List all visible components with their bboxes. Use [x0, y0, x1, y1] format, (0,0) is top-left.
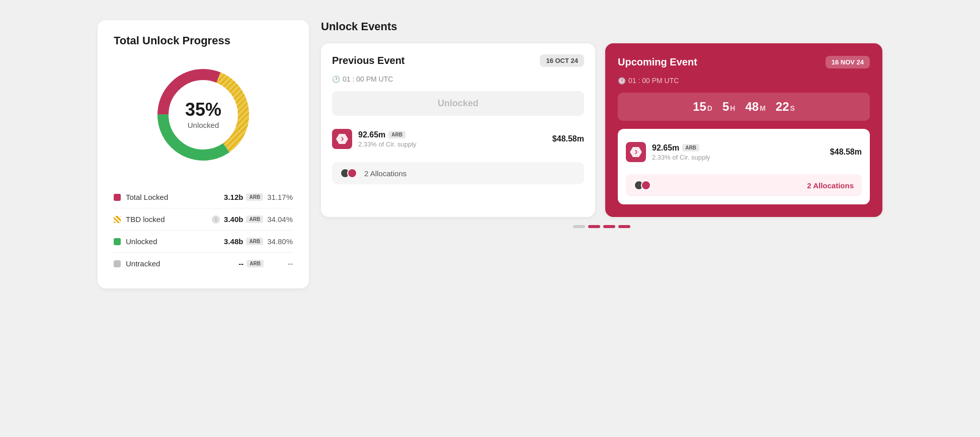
countdown-seconds: 22 S — [776, 100, 795, 114]
upcoming-allocations-row[interactable]: 2 Allocations — [626, 174, 862, 196]
tbd-value: 3.40b — [224, 215, 243, 224]
prev-clock-icon: 🕐 — [332, 76, 340, 83]
tbd-label: TBD locked — [126, 215, 209, 224]
untracked-value: -- — [238, 259, 243, 268]
tbd-dot — [114, 216, 121, 223]
arb-icon — [336, 134, 348, 144]
countdown-minutes: 48 M — [745, 100, 765, 114]
upcoming-header: Upcoming Event 16 NOV 24 — [618, 56, 870, 68]
legend-item-tbd: TBD locked i 3.40b ARB 34.04% — [114, 208, 293, 231]
unlocked-value: 3.48b — [224, 237, 243, 246]
prev-time-text: 01 : 00 PM UTC — [343, 75, 393, 83]
upcoming-alloc-label: 2 Allocations — [807, 181, 854, 190]
legend-item-unlocked: Unlocked 3.48b ARB 34.80% — [114, 231, 293, 253]
prev-title: Previous Event — [332, 55, 405, 66]
countdown-min-num: 48 — [745, 100, 759, 114]
prev-date-badge: 16 OCT 24 — [540, 54, 584, 67]
dot-4[interactable] — [618, 225, 630, 228]
prev-allocations-row[interactable]: 2 Allocations — [332, 162, 584, 184]
donut-container: 35% Unlocked — [114, 59, 293, 170]
previous-event-card: Previous Event 16 OCT 24 🕐 01 : 00 PM UT… — [321, 43, 595, 217]
countdown-sec-num: 22 — [776, 100, 789, 114]
upcoming-amount-row: 92.65m ARB — [652, 143, 824, 153]
left-card: Total Unlock Progress — [98, 20, 309, 288]
left-card-title: Total Unlock Progress — [114, 34, 293, 47]
dot-2[interactable] — [588, 225, 600, 228]
unlocked-badge: ARB — [246, 238, 263, 245]
donut-percent: 35% — [185, 101, 221, 119]
tbd-pct: 34.04% — [267, 215, 293, 224]
legend-item-locked: Total Locked 3.12b ARB 31.17% — [114, 186, 293, 208]
unlocked-dot — [114, 238, 121, 245]
countdown-hours-unit: H — [730, 104, 735, 112]
upcoming-token-amount: 92.65m — [652, 143, 679, 153]
bottom-dots — [321, 225, 882, 228]
prev-token-icon — [332, 129, 352, 149]
prev-token-amount: 92.65m — [358, 130, 385, 139]
locked-badge: ARB — [246, 193, 263, 201]
prev-time: 🕐 01 : 00 PM UTC — [332, 75, 584, 83]
locked-dot — [114, 194, 121, 201]
untracked-badge: ARB — [247, 260, 264, 267]
locked-label: Total Locked — [126, 193, 224, 201]
unlocked-label: Unlocked — [126, 237, 224, 246]
upcoming-time-text: 01 : 00 PM UTC — [628, 77, 679, 85]
upcoming-title: Upcoming Event — [618, 56, 697, 68]
upcoming-token-icon — [626, 142, 646, 162]
legend-item-untracked: Untracked -- ARB -- — [114, 253, 293, 274]
countdown-days-unit: D — [707, 104, 712, 112]
prev-token-row: 92.65m ARB 2.33% of Cir. supply $48.58m — [332, 124, 584, 154]
upcoming-token-supply: 2.33% of Cir. supply — [652, 154, 824, 161]
countdown-sec-unit: S — [790, 104, 795, 112]
prev-amount-row: 92.65m ARB — [358, 130, 546, 139]
upcoming-event-card: Upcoming Event 16 NOV 24 🕐 01 : 00 PM UT… — [605, 43, 882, 217]
prev-token-supply: 2.33% of Cir. supply — [358, 140, 546, 148]
upcoming-arb-tag: ARB — [682, 144, 699, 152]
locked-value: 3.12b — [224, 193, 243, 201]
countdown-min-unit: M — [760, 104, 766, 112]
upcoming-token-info: 92.65m ARB 2.33% of Cir. supply — [652, 143, 824, 161]
prev-alloc-label: 2 Allocations — [364, 169, 406, 178]
upcoming-clock-icon: 🕐 — [618, 77, 626, 85]
upcoming-date-badge: 16 NOV 24 — [826, 56, 870, 68]
dot-3[interactable] — [603, 225, 615, 228]
legend-list: Total Locked 3.12b ARB 31.17% TBD locked… — [114, 186, 293, 274]
prev-arb-tag: ARB — [388, 131, 405, 138]
main-container: Total Unlock Progress — [88, 10, 892, 299]
donut-chart: 35% Unlocked — [148, 59, 259, 170]
prev-alloc-icons — [340, 168, 357, 178]
events-row: Previous Event 16 OCT 24 🕐 01 : 00 PM UT… — [321, 43, 882, 217]
upcoming-token-usd: $48.58m — [830, 148, 862, 157]
upcoming-alloc-dot-2 — [641, 180, 651, 190]
upcoming-alloc-icons — [634, 180, 651, 190]
countdown-bar: 15 D 5 H 48 M 22 — [618, 93, 870, 121]
donut-unlocked-label: Unlocked — [185, 121, 221, 129]
arb-icon-2 — [630, 147, 642, 157]
prev-header: Previous Event 16 OCT 24 — [332, 54, 584, 67]
dot-1[interactable] — [573, 225, 585, 228]
tbd-badge: ARB — [246, 215, 263, 223]
prev-alloc-dot-2 — [347, 168, 357, 178]
countdown-days: 15 D — [693, 100, 712, 114]
locked-pct: 31.17% — [267, 193, 293, 201]
untracked-dot — [114, 260, 121, 267]
prev-token-info: 92.65m ARB 2.33% of Cir. supply — [358, 130, 546, 148]
untracked-label: Untracked — [126, 259, 238, 268]
prev-token-usd: $48.58m — [552, 134, 584, 143]
upcoming-time: 🕐 01 : 00 PM UTC — [618, 77, 870, 85]
untracked-pct: -- — [268, 259, 293, 268]
countdown-hours: 5 H — [722, 100, 735, 114]
donut-center: 35% Unlocked — [185, 101, 221, 129]
right-section: Unlock Events Previous Event 16 OCT 24 🕐… — [321, 20, 882, 288]
upcoming-inner-card: 92.65m ARB 2.33% of Cir. supply $48.58m — [618, 129, 870, 204]
countdown-days-num: 15 — [693, 100, 706, 114]
unlocked-pct: 34.80% — [267, 237, 293, 246]
unlocked-status-btn: Unlocked — [332, 91, 584, 116]
info-icon[interactable]: i — [212, 215, 220, 224]
section-title: Unlock Events — [321, 20, 882, 33]
countdown-hours-num: 5 — [722, 100, 729, 114]
upcoming-token-row: 92.65m ARB 2.33% of Cir. supply $48.58m — [626, 137, 862, 167]
